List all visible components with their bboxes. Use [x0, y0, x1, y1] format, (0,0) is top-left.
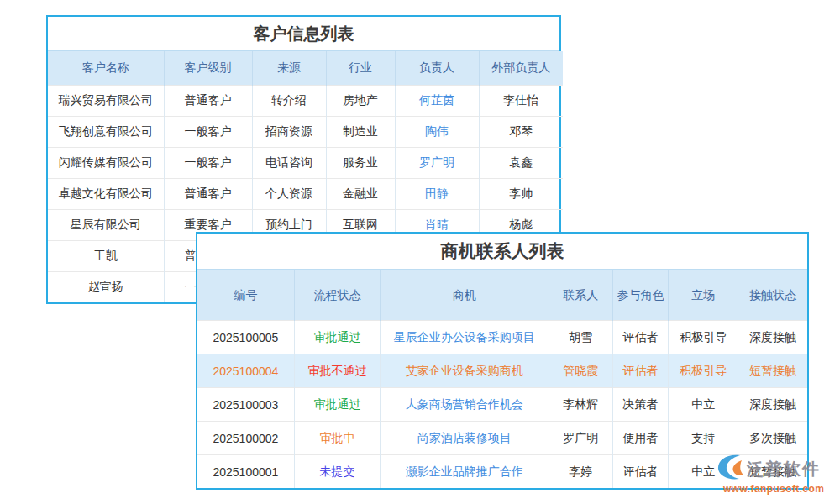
opportunity-row[interactable]: 2025100002审批中尚家酒店装修项目罗广明使用者支持多次接触 [197, 422, 807, 455]
col-header-contact: 联系人 [549, 270, 612, 321]
table-cell: 赵宣扬 [48, 272, 164, 303]
table-cell: 闪耀传媒有限公司 [48, 148, 164, 179]
table-cell: 飞翔创意有限公司 [48, 117, 164, 148]
col-header-workflow-status: 流程状态 [294, 270, 380, 321]
table-cell: 瑞兴贸易有限公司 [48, 86, 164, 117]
table-cell: 卓越文化有限公司 [48, 179, 164, 210]
table-cell: 2025100002 [197, 422, 294, 455]
table-cell: 积极引导 [669, 321, 738, 354]
table-cell: 个人资源 [252, 179, 326, 210]
col-header-industry: 行业 [326, 51, 395, 86]
col-header-role: 参与角色 [612, 270, 668, 321]
cell-link[interactable]: 罗广明 [395, 148, 479, 179]
customer-row[interactable]: 飞翔创意有限公司一般客户招商资源制造业陶伟邓琴 [48, 117, 563, 148]
col-header-customer-level: 客户级别 [164, 51, 252, 86]
table-cell: 李婷 [549, 455, 612, 489]
table-cell: 多次接触 [738, 422, 807, 455]
table-cell: 一般客户 [164, 148, 252, 179]
opportunity-row[interactable]: 2025100005审批通过星辰企业办公设备采购项目胡雪评估者积极引导深度接触 [197, 321, 807, 354]
cell-link[interactable]: 陶伟 [395, 117, 479, 148]
cell-link[interactable]: 灏影企业品牌推广合作 [381, 455, 549, 489]
table-cell: 罗广明 [549, 422, 612, 455]
table-cell: 2025100003 [197, 388, 294, 422]
table-cell: 袁鑫 [479, 148, 563, 179]
table-cell: 李林辉 [549, 388, 612, 422]
table-cell: 未提交 [294, 455, 380, 489]
fanpu-logo-icon [717, 454, 745, 484]
table-cell: 普通客户 [164, 86, 252, 117]
table-cell: 胡雪 [549, 321, 612, 354]
table-cell: 评估者 [612, 354, 668, 388]
col-header-id: 编号 [197, 270, 294, 321]
col-header-contact-status: 接触状态 [738, 270, 807, 321]
table-cell: 深度接触 [738, 388, 807, 422]
cell-link[interactable]: 星辰企业办公设备采购项目 [381, 321, 549, 354]
watermark-brand-text: 泛普软件 [747, 458, 821, 480]
table-cell: 审批不通过 [294, 354, 380, 388]
opportunity-table-title: 商机联系人列表 [197, 234, 807, 270]
vendor-watermark: 泛普软件 www.fanpusoft.com [717, 454, 838, 495]
table-cell: 决策者 [612, 388, 668, 422]
table-cell: 电话咨询 [252, 148, 326, 179]
table-cell: 支持 [669, 422, 738, 455]
table-cell: 金融业 [326, 179, 395, 210]
cell-link[interactable]: 尚家酒店装修项目 [381, 422, 549, 455]
col-header-source: 来源 [252, 51, 326, 86]
table-cell: 艾家企业设备采购商机 [381, 354, 549, 388]
table-cell: 审批中 [294, 422, 380, 455]
opportunity-row[interactable]: 2025100003审批通过大象商场营销合作机会李林辉决策者中立深度接触 [197, 388, 807, 422]
table-cell: 服务业 [326, 148, 395, 179]
col-header-owner: 负责人 [395, 51, 479, 86]
cell-link[interactable]: 大象商场营销合作机会 [381, 388, 549, 422]
table-cell: 审批通过 [294, 321, 380, 354]
table-cell: 中立 [669, 388, 738, 422]
table-cell: 李佳怡 [479, 86, 563, 117]
table-cell: 王凯 [48, 241, 164, 272]
table-cell: 一般客户 [164, 117, 252, 148]
opportunity-row[interactable]: 2025100004审批不通过艾家企业设备采购商机管晓霞评估者积极引导短暂接触 [197, 354, 807, 388]
table-cell: 2025100001 [197, 455, 294, 489]
customer-table-header-row: 客户名称 客户级别 来源 行业 负责人 外部负责人 [48, 51, 563, 86]
col-header-customer-name: 客户名称 [48, 51, 164, 86]
table-cell: 短暂接触 [738, 354, 807, 388]
customer-row[interactable]: 卓越文化有限公司普通客户个人资源金融业田静李帅 [48, 179, 563, 210]
table-cell: 评估者 [612, 321, 668, 354]
table-cell: 转介绍 [252, 86, 326, 117]
table-cell: 李帅 [479, 179, 563, 210]
table-cell: 深度接触 [738, 321, 807, 354]
col-header-stance: 立场 [669, 270, 738, 321]
table-cell: 2025100004 [197, 354, 294, 388]
col-header-opportunity: 商机 [381, 270, 549, 321]
table-cell: 审批通过 [294, 388, 380, 422]
col-header-external-owner: 外部负责人 [479, 51, 563, 86]
table-cell: 普通客户 [164, 179, 252, 210]
cell-link[interactable]: 何芷茵 [395, 86, 479, 117]
table-cell: 管晓霞 [549, 354, 612, 388]
customer-row[interactable]: 闪耀传媒有限公司一般客户电话咨询服务业罗广明袁鑫 [48, 148, 563, 179]
watermark-url-text: www.fanpusoft.com [723, 483, 838, 495]
opportunity-table-header-row: 编号 流程状态 商机 联系人 参与角色 立场 接触状态 [197, 270, 807, 321]
table-cell: 积极引导 [669, 354, 738, 388]
table-cell: 评估者 [612, 455, 668, 489]
table-cell: 使用者 [612, 422, 668, 455]
customer-table-title: 客户信息列表 [48, 17, 559, 51]
table-cell: 招商资源 [252, 117, 326, 148]
table-cell: 房地产 [326, 86, 395, 117]
table-cell: 邓琴 [479, 117, 563, 148]
opportunity-contacts-panel: 商机联系人列表 编号 流程状态 商机 联系人 参与角色 立场 接触状态 2025… [196, 232, 809, 490]
table-cell: 制造业 [326, 117, 395, 148]
customer-row[interactable]: 瑞兴贸易有限公司普通客户转介绍房地产何芷茵李佳怡 [48, 86, 563, 117]
table-cell: 2025100005 [197, 321, 294, 354]
table-cell: 星辰有限公司 [48, 210, 164, 241]
cell-link[interactable]: 田静 [395, 179, 479, 210]
